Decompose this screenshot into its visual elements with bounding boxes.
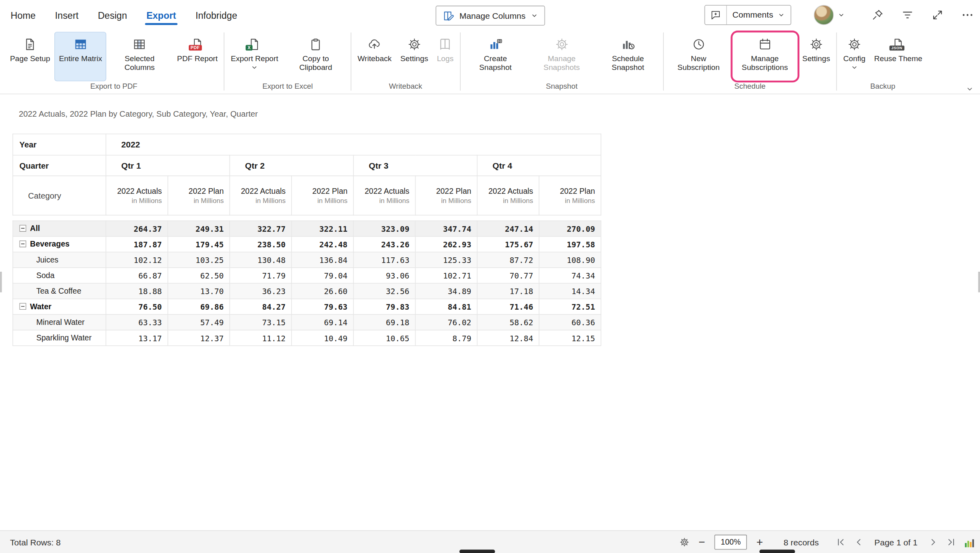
measure-name: 2022 Actuals (354, 186, 409, 197)
matrix-cell: 32.56 (353, 283, 415, 299)
tab-export[interactable]: Export (145, 1, 178, 28)
row-label[interactable]: Mineral Water (13, 314, 106, 330)
row-label[interactable]: Juices (13, 252, 106, 268)
ribbon-button-label: Manage Subscriptions (736, 54, 794, 72)
ribbon-group-export-to-excel: XExport ReportCopy to ClipboardExport to… (225, 29, 351, 93)
matrix-cell: 242.48 (291, 237, 353, 252)
matrix-cell: 322.77 (230, 221, 291, 237)
tab-design[interactable]: Design (97, 1, 128, 28)
ribbon-group-label: Snapshot (461, 81, 663, 94)
zoom-input[interactable]: 100% (715, 535, 747, 550)
measure-unit: in Millions (107, 197, 162, 205)
matrix-quarter-value[interactable]: Qtr 3 (353, 155, 477, 176)
row-label[interactable]: All (13, 221, 106, 237)
ribbon-button-label: PDF Report (177, 54, 218, 63)
right-edge-scrollbar-thumb[interactable] (978, 272, 980, 292)
row-label[interactable]: Water (13, 299, 106, 314)
ribbon-button-writeback[interactable]: Writeback (354, 32, 395, 80)
avatar[interactable] (814, 5, 834, 25)
matrix-measure-header[interactable]: 2022 Planin Millions (291, 176, 353, 215)
ribbon-button-entire-matrix[interactable]: Entire Matrix (55, 32, 106, 80)
matrix-quarter-value[interactable]: Qtr 1 (106, 155, 230, 176)
zoom-out-button[interactable]: − (697, 537, 707, 548)
matrix-year-value[interactable]: 2022 (106, 134, 601, 155)
inforiver-logo[interactable] (964, 537, 975, 548)
ribbon-button-copy-to-clipboard[interactable]: Copy to Clipboard (283, 32, 348, 80)
matrix-row-juices: Juices102.12103.25130.48136.84117.63125.… (13, 252, 601, 268)
gear-icon (407, 37, 421, 52)
ribbon-button-settings[interactable]: Settings (397, 32, 432, 80)
row-label-text: Tea & Coffee (36, 287, 82, 296)
ribbon-group-label: Backup (837, 81, 928, 94)
clipboard-icon (309, 37, 322, 52)
measure-name: 2022 Plan (169, 186, 224, 197)
collapse-icon[interactable] (19, 225, 26, 233)
matrix-measure-header[interactable]: 2022 Actualsin Millions (477, 176, 539, 215)
matrix-measure-header[interactable]: 2022 Actualsin Millions (353, 176, 415, 215)
comments-button[interactable]: Comments (704, 5, 791, 25)
chevron-down-icon (850, 64, 858, 72)
matrix-measure-header[interactable]: 2022 Actualsin Millions (230, 176, 291, 215)
matrix-cell: 12.37 (168, 330, 230, 346)
matrix-cell: 69.14 (291, 314, 353, 330)
horizontal-scrollbar-thumb[interactable] (759, 550, 795, 553)
account-menu[interactable] (814, 5, 845, 25)
matrix-cell: 14.34 (539, 283, 601, 299)
matrix-cell: 179.45 (168, 237, 230, 252)
row-label[interactable]: Soda (13, 268, 106, 283)
row-label-text: Juices (36, 255, 58, 264)
last-page-button[interactable] (946, 537, 956, 547)
gear-icon (847, 37, 861, 52)
pin-visual-button[interactable] (871, 8, 884, 21)
tab-home[interactable]: Home (9, 1, 37, 28)
measure-unit: in Millions (293, 197, 348, 205)
matrix-cell: 243.26 (353, 237, 415, 252)
zoom-in-button[interactable]: + (755, 537, 764, 548)
ribbon-button-config[interactable]: Config (840, 32, 869, 80)
chevron-left-icon (854, 537, 864, 547)
tab-infobridge[interactable]: Infobridge (194, 1, 239, 28)
ribbon-button-export-report[interactable]: XExport Report (227, 32, 282, 80)
previous-page-button[interactable] (854, 537, 864, 547)
collapse-icon[interactable] (19, 302, 26, 311)
matrix-measure-header[interactable]: 2022 Planin Millions (415, 176, 477, 215)
ribbon-button-schedule-snapshot[interactable]: Schedule Snapshot (595, 32, 661, 80)
ribbon-button-manage-subscriptions[interactable]: Manage Subscriptions (733, 32, 798, 80)
matrix-quarter-value[interactable]: Qtr 2 (230, 155, 353, 176)
ribbon-button-selected-columns[interactable]: Selected Columns (107, 32, 172, 80)
ribbon-button-reuse-theme[interactable]: JSONReuse Theme (870, 32, 926, 80)
footer-settings-button[interactable] (679, 537, 689, 547)
matrix-measure-header[interactable]: 2022 Planin Millions (539, 176, 601, 215)
row-label[interactable]: Beverages (13, 237, 106, 252)
collapse-icon[interactable] (19, 240, 26, 249)
focus-mode-button[interactable] (931, 8, 944, 21)
ribbon-button-page-setup[interactable]: Page Setup (6, 32, 54, 80)
next-page-button[interactable] (928, 537, 938, 547)
left-edge-scrollbar-thumb[interactable] (0, 272, 2, 292)
matrix-row-sparkling-water: Sparkling Water13.1712.3711.1210.4910.65… (13, 330, 601, 346)
gear-icon (555, 37, 569, 52)
row-label[interactable]: Sparkling Water (13, 330, 106, 346)
topbar-right-cluster: Comments (704, 0, 974, 29)
matrix-cell: 17.18 (477, 283, 539, 299)
matrix-body-table: All264.37249.31322.77322.11323.09347.742… (12, 221, 601, 346)
add-comment-icon[interactable] (705, 5, 727, 24)
more-options-button[interactable] (961, 8, 974, 21)
manage-columns-button[interactable]: Manage Columns (436, 6, 545, 26)
tab-insert[interactable]: Insert (54, 1, 80, 28)
matrix-measure-header[interactable]: 2022 Actualsin Millions (106, 176, 168, 215)
filters-button[interactable] (901, 8, 914, 21)
ribbon-button-label: Page Setup (10, 54, 50, 63)
horizontal-scrollbar-thumb[interactable] (459, 550, 495, 553)
matrix-quarter-value[interactable]: Qtr 4 (477, 155, 601, 176)
matrix-cell: 13.70 (168, 283, 230, 299)
excel-export-icon: X (247, 37, 261, 52)
first-page-button[interactable] (836, 537, 846, 547)
ribbon-button-pdf-report[interactable]: PDFPDF Report (173, 32, 221, 80)
ribbon-button-new-subscription[interactable]: New Subscription (666, 32, 731, 80)
ribbon-button-settings[interactable]: Settings (798, 32, 834, 80)
row-label[interactable]: Tea & Coffee (13, 283, 106, 299)
ribbon-button-create-snapshot[interactable]: Create Snapshot (463, 32, 528, 80)
matrix-measure-header[interactable]: 2022 Planin Millions (168, 176, 230, 215)
collapse-ribbon-button[interactable] (966, 85, 974, 93)
